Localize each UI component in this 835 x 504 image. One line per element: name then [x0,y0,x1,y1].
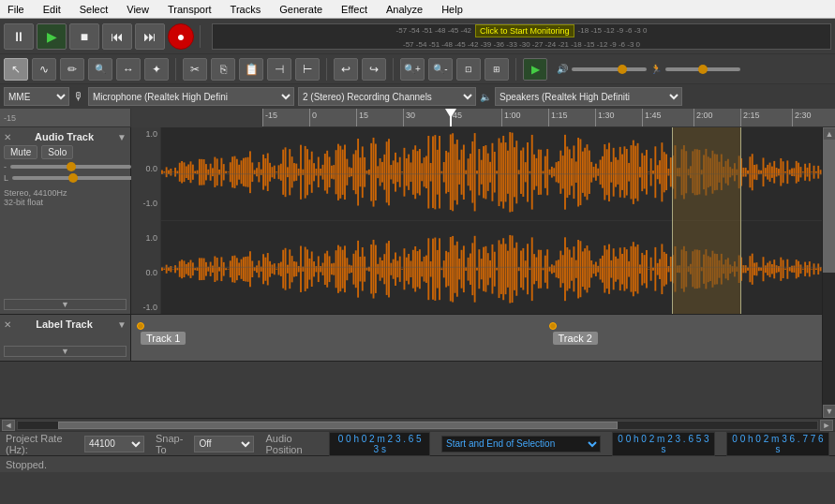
tool-zoom-sel[interactable]: ⊡ [456,58,481,81]
tool-trim[interactable]: ⊣ [267,58,291,81]
waveform-bar [634,246,636,291]
speed-slider[interactable] [665,67,740,71]
record-button[interactable]: ● [168,23,194,50]
audio-track: ✕ Audio Track ▼ Mute Solo - + L [0,127,822,315]
toolbar-tools-row: ↖ ∿ ✏ 🔍 ↔ ✦ ✂ ⎘ 📋 ⊣ ⊢ ↩ ↪ 🔍+ 🔍- ⊡ ⊞ ▶ 🔊 … [0,54,835,84]
waveform-bar [375,245,377,293]
menu-effect[interactable]: Effect [337,3,371,16]
waveform-bar [295,261,297,276]
tool-draw[interactable]: ✏ [60,58,84,81]
audio-track-expand[interactable]: ▼ [4,299,127,310]
gain-slider[interactable] [10,165,131,169]
solo-button[interactable]: Solo [41,145,73,159]
waveform-bar [665,154,667,190]
waveform-bar [228,269,230,270]
separator-tools3 [393,58,394,81]
project-rate-select[interactable]: 44100 [84,436,144,452]
waveform-bar [339,246,341,291]
waveform-bar [544,256,546,283]
h-scroll-left[interactable]: ◄ [2,420,15,431]
menu-view[interactable]: View [123,3,153,16]
h-scroll-thumb[interactable] [58,422,618,429]
tool-multi[interactable]: ✦ [144,58,169,81]
waveform-bar [386,141,388,202]
pan-slider[interactable] [12,176,133,180]
waveform-bar [450,134,452,210]
waveform-bar [514,248,515,290]
play-button[interactable]: ▶ [37,23,67,50]
waveform-bar [289,149,291,195]
waveform-bar [771,167,773,178]
tool-select[interactable]: ↖ [4,58,28,81]
menu-tracks[interactable]: Tracks [227,3,265,16]
api-select[interactable]: MME [4,87,69,106]
label-track-close[interactable]: ✕ [4,319,11,330]
audio-track-dropdown[interactable]: ▼ [117,132,127,142]
label-track-dropdown[interactable]: ▼ [117,319,127,330]
tool-cut[interactable]: ✂ [183,58,207,81]
waveform-bar [399,157,401,187]
waveform-bar [582,152,584,193]
vu-monitor-button[interactable]: Click to Start Monitoring [475,24,574,37]
stop-button[interactable]: ■ [69,23,99,50]
v-scroll-thumb[interactable] [823,141,835,273]
ruler-tick-7: 1:30 [595,109,615,126]
mute-button[interactable]: Mute [4,145,37,159]
tool-zoom[interactable]: 🔍 [88,58,112,81]
tool-timeshift[interactable]: ↔ [116,58,141,81]
menu-analyze[interactable]: Analyze [382,3,426,16]
tool-zoom-out[interactable]: 🔍- [428,58,453,81]
snap-to-select[interactable]: Off [194,436,254,452]
output-device-select[interactable]: Speakers (Realtek High Definiti [495,87,682,106]
waveform-bar [529,268,530,270]
tracks-area: ✕ Audio Track ▼ Mute Solo - + L [0,127,822,418]
menu-transport[interactable]: Transport [164,3,216,16]
waveform-bar [264,158,266,186]
v-scroll-up[interactable]: ▲ [823,127,835,141]
menu-generate[interactable]: Generate [276,3,326,16]
waveform-bar [205,164,207,180]
tool-silence[interactable]: ⊢ [295,58,320,81]
waveform-bar [448,153,450,192]
label-text-1[interactable]: Track 1 [141,332,186,345]
tool-paste[interactable]: 📋 [239,58,263,81]
selection-overlay [672,127,741,314]
h-scroll-right[interactable]: ► [820,420,833,431]
waveform-bar [218,267,220,272]
timeline-ruler[interactable]: -1501530451:001:151:301:452:002:152:302:… [262,109,835,127]
input-device-select[interactable]: Microphone (Realtek High Defini [88,87,294,106]
menu-file[interactable]: File [4,3,28,16]
waveform-bar [170,169,171,176]
waveform-bar [186,166,187,178]
vu-meter-area: -57 -54 -51 -48 -45 -42 Click to Start M… [212,23,831,50]
volume-slider[interactable] [572,67,647,71]
tool-envelope[interactable]: ∿ [32,58,56,81]
waveform-bar [756,164,758,180]
skip-start-button[interactable]: ⏮ [102,23,132,50]
waveform-bar [533,155,535,190]
pause-button[interactable]: ⏸ [4,23,34,50]
tool-undo[interactable]: ↩ [334,58,358,81]
audio-track-close[interactable]: ✕ [4,132,11,142]
tool-zoom-in[interactable]: 🔍+ [400,58,425,81]
skip-end-button[interactable]: ⏭ [135,23,165,50]
label-track-expand[interactable]: ▼ [4,346,127,357]
tool-play-green[interactable]: ▶ [523,58,547,81]
v-scroll-down[interactable]: ▼ [823,405,835,418]
menu-select[interactable]: Select [76,3,112,16]
menu-help[interactable]: Help [438,3,467,16]
waveform-bar [654,146,656,198]
tool-zoom-fit[interactable]: ⊞ [485,58,509,81]
waveform-bar [769,261,771,277]
menu-edit[interactable]: Edit [39,3,65,16]
waveform-bar [626,249,628,289]
selection-mode-select[interactable]: Start and End of Selection [441,436,601,452]
label-text-2[interactable]: Track 2 [553,332,598,345]
channels-select[interactable]: 2 (Stereo) Recording Channels [298,87,476,106]
tool-copy[interactable]: ⎘ [211,58,235,81]
waveform-bar [783,161,784,183]
waveform-bar [509,132,511,212]
waveform-bar [357,139,359,206]
waveform-bar [285,147,287,197]
tool-redo[interactable]: ↪ [362,58,386,81]
